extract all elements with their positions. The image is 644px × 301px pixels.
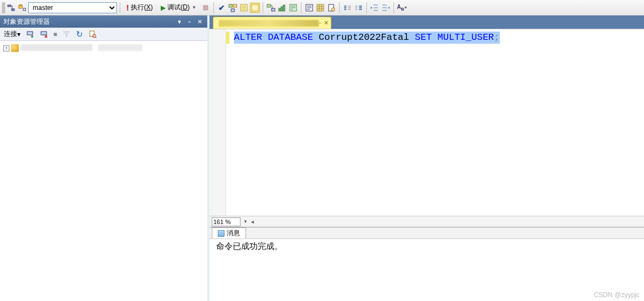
separator xyxy=(393,2,394,13)
execute-button[interactable]: ! 执行(X) xyxy=(123,2,156,14)
query-options-icon[interactable] xyxy=(239,3,249,13)
separator xyxy=(120,2,120,13)
svg-rect-13 xyxy=(279,8,280,11)
editor-area: ▫ ✕ ALTER DATABASE Corrupt2022Fatal SET … xyxy=(209,15,644,301)
chevron-down-icon: ▼ xyxy=(192,5,196,10)
scroll-left-icon[interactable]: ◄ xyxy=(250,219,255,225)
chevron-down-icon[interactable]: ▼ xyxy=(243,219,248,224)
change-connection-icon[interactable] xyxy=(6,3,16,13)
tree-expand-icon[interactable]: + xyxy=(3,45,9,51)
panel-header: 对象资源管理器 ▾ ▫ ✕ xyxy=(0,15,207,28)
specify-values-icon[interactable]: AB▾ xyxy=(397,3,407,13)
svg-rect-5 xyxy=(203,6,208,10)
stop-icon: ■ xyxy=(52,30,59,39)
results-tab-strip: 消息 xyxy=(209,227,644,239)
tab-pin-icon[interactable]: ▫ xyxy=(319,20,321,26)
zoom-dropdown[interactable] xyxy=(212,217,241,226)
active-file-tab[interactable]: ▫ ✕ xyxy=(213,17,331,29)
cancel-query-icon[interactable] xyxy=(201,3,211,13)
debug-label: 调试(D) xyxy=(167,3,190,12)
separator xyxy=(366,2,367,13)
separator xyxy=(301,2,301,13)
execute-icon: ! xyxy=(126,3,129,12)
tab-title xyxy=(219,20,319,27)
main-toolbar: master ! 执行(X) ▶ 调试(D) ▼ ✔ AB▾ xyxy=(0,0,644,15)
svg-rect-24 xyxy=(90,31,94,37)
filter-icon xyxy=(60,29,73,39)
object-tree[interactable]: + xyxy=(0,41,207,301)
messages-tab-icon xyxy=(218,230,224,237)
server-icon xyxy=(11,44,19,52)
message-line: 命令已成功完成。 xyxy=(216,241,637,252)
watermark-text: CSDN @zyypjc xyxy=(594,291,640,299)
svg-rect-21 xyxy=(27,32,33,35)
panel-close-icon[interactable]: ✕ xyxy=(195,17,204,26)
actual-plan-icon[interactable] xyxy=(266,3,276,13)
tree-root-row[interactable]: + xyxy=(3,43,204,53)
debug-arrow-icon: ▶ xyxy=(161,4,166,12)
parse-check-icon[interactable]: ✔ xyxy=(217,3,227,13)
separator xyxy=(213,2,214,13)
svg-rect-10 xyxy=(252,4,258,11)
separator xyxy=(263,2,263,13)
outdent-icon[interactable] xyxy=(370,3,380,13)
glyph-margin xyxy=(209,29,226,216)
messages-tab[interactable]: 消息 xyxy=(212,227,246,238)
svg-rect-23 xyxy=(41,32,47,35)
svg-rect-8 xyxy=(231,9,234,12)
svg-point-20 xyxy=(331,8,335,11)
db-tree-icon[interactable] xyxy=(17,3,27,13)
object-explorer-toolbar: 连接 ▾ ■ ↻ xyxy=(0,28,207,41)
object-explorer-panel: 对象资源管理器 ▾ ▫ ✕ 连接 ▾ ■ ↻ + xyxy=(0,15,209,301)
results-file-icon[interactable] xyxy=(326,3,336,13)
svg-rect-3 xyxy=(19,6,22,8)
svg-rect-15 xyxy=(283,5,285,11)
results-text-icon[interactable] xyxy=(304,3,314,13)
execute-label: 执行(X) xyxy=(131,3,153,12)
svg-rect-7 xyxy=(233,4,237,7)
intellisense-icon[interactable] xyxy=(250,3,260,13)
results-grid-icon[interactable] xyxy=(315,3,325,13)
panel-dropdown-icon[interactable]: ▾ xyxy=(175,17,184,26)
messages-output[interactable]: 命令已成功完成。 xyxy=(209,239,644,301)
refresh-icon[interactable]: ↻ xyxy=(74,29,85,40)
uncomment-icon[interactable] xyxy=(354,3,364,13)
messages-tab-label: 消息 xyxy=(227,229,240,238)
svg-rect-18 xyxy=(317,4,324,11)
database-dropdown[interactable]: master xyxy=(28,2,117,13)
toolbar-grip[interactable] xyxy=(2,2,5,13)
tab-close-icon[interactable]: ✕ xyxy=(324,19,329,27)
search-script-icon[interactable] xyxy=(86,29,99,39)
svg-rect-11 xyxy=(267,4,270,7)
connect-server-icon[interactable] xyxy=(24,29,36,39)
indent-icon[interactable] xyxy=(381,3,391,13)
estimated-plan-icon[interactable] xyxy=(228,3,238,13)
svg-rect-6 xyxy=(229,4,232,7)
panel-pin-icon[interactable]: ▫ xyxy=(185,17,194,26)
svg-rect-4 xyxy=(23,8,25,11)
disconnect-icon[interactable] xyxy=(38,29,50,39)
panel-title: 对象资源管理器 xyxy=(3,17,174,27)
comment-icon[interactable] xyxy=(343,3,352,13)
editor-tab-strip: ▫ ✕ xyxy=(209,15,644,29)
live-stats-icon[interactable] xyxy=(277,3,287,13)
svg-rect-14 xyxy=(281,7,283,11)
svg-point-22 xyxy=(31,35,33,38)
code-text[interactable]: ALTER DATABASE Corrupt2022Fatal SET MULT… xyxy=(229,29,644,216)
connect-button[interactable]: 连接 ▾ xyxy=(2,29,22,39)
client-stats-icon[interactable] xyxy=(288,3,298,13)
zoom-bar: ▼ ◄ xyxy=(209,216,644,227)
separator xyxy=(339,2,340,13)
sql-code-editor[interactable]: ALTER DATABASE Corrupt2022Fatal SET MULT… xyxy=(209,29,644,216)
svg-rect-0 xyxy=(8,5,11,7)
tree-node-label xyxy=(21,44,142,53)
debug-button[interactable]: ▶ 调试(D) ▼ xyxy=(157,2,200,14)
